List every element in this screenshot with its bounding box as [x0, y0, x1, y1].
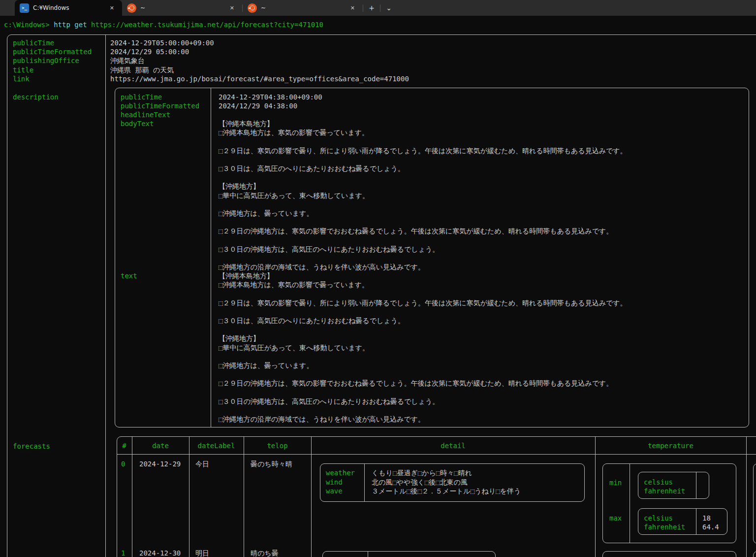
close-tab-icon[interactable]: ✕: [227, 4, 237, 12]
table-divider: [211, 88, 211, 427]
value-text: 【沖縄本島地方】 ⬚沖縄本島地方は、寒気の影響で曇っています。 ⬚２９日は、寒気…: [219, 271, 748, 424]
key-publicTimeFormatted: publicTimeFormatted: [13, 47, 92, 56]
key-min: min: [609, 478, 622, 487]
key-forecasts: forecasts: [13, 442, 50, 451]
command-line: c:\Windows> http get https://weather.tsu…: [4, 20, 323, 29]
value-max-celsius: 18: [702, 514, 711, 523]
cell-dateLabel: 明日: [195, 549, 209, 557]
tab-powershell[interactable]: >_ C:¥Windows ✕: [15, 0, 122, 16]
header-temperature: temperature: [595, 441, 746, 450]
clipped-detail-box: [753, 463, 756, 544]
command-text: http get: [54, 21, 87, 29]
value-bodyText: 【沖縄本島地方】 ⬚沖縄本島地方は、寒気の影響で曇っています。 ⬚２９日は、寒気…: [219, 119, 748, 271]
cell-telop: 晴のち曇: [251, 549, 279, 557]
request-url[interactable]: https://weather.tsukumijima.net/api/fore…: [91, 21, 323, 29]
prompt-path: c:\Windows>: [4, 21, 50, 29]
table-divider: [368, 551, 368, 557]
key-headlineText: headlineText: [121, 110, 170, 119]
key-publicTime: publicTime: [13, 38, 54, 47]
key-link: link: [13, 74, 30, 83]
value-publicTimeFormatted: 2024/12/29 04:38:00: [219, 101, 297, 110]
ubuntu-icon: [248, 3, 257, 13]
key-description: description: [13, 93, 59, 101]
key-weather: weather: [326, 468, 355, 477]
key-fahrenheit: fahrenheit: [644, 523, 685, 531]
tab-dropdown-button[interactable]: ⌄: [380, 0, 397, 16]
tab-title: ~: [140, 4, 223, 11]
table-divider: [696, 508, 696, 535]
temperature-box: [602, 551, 736, 557]
header-date: date: [132, 441, 189, 450]
key-fahrenheit: fahrenheit: [644, 487, 685, 495]
cell-index: 1: [121, 549, 125, 557]
key-celsius: celsius: [644, 514, 673, 523]
value-max-fahrenheit: 64.4: [702, 523, 719, 531]
table-divider: [364, 463, 365, 502]
value-link[interactable]: https://www.jma.go.jp/bosai/forecast/#ar…: [110, 74, 409, 83]
key-publishingOffice: publishingOffice: [13, 56, 79, 65]
key-title: title: [13, 66, 33, 74]
header-index: #: [117, 441, 132, 450]
cell-dateLabel: 今日: [195, 459, 209, 468]
cell-index: 0: [121, 459, 125, 468]
tab-bar: >_ C:¥Windows ✕ ~ ✕ ~ ✕ + ⌄: [0, 0, 756, 16]
value-publishingOffice: 沖縄気象台: [110, 56, 145, 65]
header-dateLabel: dateLabel: [189, 441, 244, 450]
table-divider: [630, 463, 630, 543]
key-max: max: [609, 514, 622, 523]
close-tab-icon[interactable]: ✕: [347, 4, 358, 12]
key-celsius: celsius: [644, 478, 673, 487]
cell-telop: 曇のち時々晴: [251, 459, 292, 468]
cell-date: 2024-12-29: [139, 459, 181, 468]
key-bodyText: bodyText: [121, 119, 154, 128]
value-weather: くもり⬚昼過ぎ⬚から⬚時々⬚晴れ: [372, 468, 472, 477]
table-divider: [696, 472, 696, 499]
table-divider: [105, 34, 106, 557]
terminal-window: { "window": { "tabs": [ {"title": "C:¥Wi…: [0, 0, 756, 557]
key-publicTimeFormatted: publicTimeFormatted: [121, 101, 199, 110]
close-tab-icon[interactable]: ✕: [107, 4, 117, 12]
cell-date: 2024-12-30: [139, 549, 181, 557]
value-wind: 北の風⬚やや強く⬚後⬚北東の風: [372, 478, 468, 487]
header-telop: telop: [244, 441, 311, 450]
detail-box: [322, 551, 496, 557]
tab-ubuntu-1[interactable]: ~ ✕: [122, 0, 242, 16]
header-divider: [117, 454, 756, 455]
value-publicTime: 2024-12-29T04:38:00+09:00: [219, 93, 322, 101]
tab-title: ~: [261, 4, 344, 11]
key-wave: wave: [326, 487, 343, 495]
tab-title: C:¥Windows: [33, 4, 103, 11]
value-publicTime: 2024-12-29T05:00:00+09:00: [110, 38, 214, 47]
new-tab-button[interactable]: +: [363, 0, 380, 16]
tab-ubuntu-2[interactable]: ~ ✕: [243, 0, 363, 16]
key-text: text: [121, 271, 137, 280]
ubuntu-icon: [127, 3, 136, 13]
powershell-icon: >_: [20, 3, 29, 13]
value-publicTimeFormatted: 2024/12/29 05:00:00: [110, 47, 189, 56]
key-wind: wind: [326, 478, 343, 487]
value-wave: ３メートル⬚後⬚２．５メートル⬚うねり⬚を伴う: [372, 487, 521, 495]
key-publicTime: publicTime: [121, 93, 162, 101]
value-title: 沖縄県 那覇 の天気: [110, 66, 174, 74]
header-detail: detail: [311, 441, 595, 450]
